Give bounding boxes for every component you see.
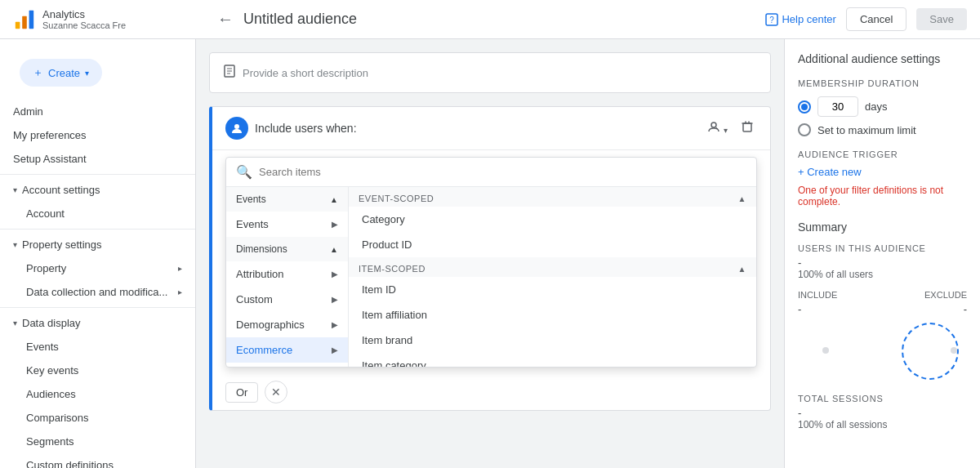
menu-item-custom[interactable]: Custom ▶ [226,287,348,312]
arrow-icon: ▶ [332,220,338,229]
menu-item-attribution[interactable]: Attribution ▶ [226,261,348,287]
help-center-link[interactable]: ? Help center [765,13,835,26]
item-scoped-header: Item-scoped ▲ [349,257,756,277]
delete-button[interactable] [737,117,757,140]
event-scoped-header: Event-scoped ▲ [349,187,756,207]
doc-icon [223,65,236,78]
dropdown-arrow-icon: ▾ [724,126,728,135]
days-label: days [865,100,887,113]
right-panel: Additional audience settings MEMBERSHIP … [784,39,980,468]
include-panel: Include users when: ▾ 🔍 [209,106,771,411]
account-subtitle: Suzanne Scacca Fre [42,20,126,30]
result-category[interactable]: Category [349,207,756,232]
create-button[interactable]: ＋ Create ▾ [20,59,102,87]
chevron-up-icon-3: ▲ [738,194,746,203]
sidebar-item-setup[interactable]: Setup Assistant [0,147,195,171]
result-item-id[interactable]: Item ID [349,277,756,302]
result-item-brand[interactable]: Item brand [349,328,756,353]
or-button[interactable]: Or [225,382,258,403]
chevron-icon-3: ▾ [13,319,17,328]
svg-rect-2 [29,10,34,28]
sidebar-item-audiences[interactable]: Audiences [0,382,195,406]
sidebar-item-admin[interactable]: Admin [0,100,195,123]
sidebar-item-account[interactable]: Account [0,202,195,225]
chevron-up-icon: ▲ [330,195,338,204]
result-item-category[interactable]: Item category [349,353,756,367]
description-placeholder: Provide a short description [243,67,368,79]
users-sub: 100% of all users [798,269,967,280]
description-icon [223,65,236,81]
analytics-logo [13,8,36,31]
cancel-button[interactable]: Cancel [846,7,906,31]
users-dash: - [798,256,967,269]
user-icon [225,117,248,140]
menu-item-ecommerce[interactable]: Ecommerce ▶ [226,337,348,363]
sidebar-item-preferences[interactable]: My preferences [0,123,195,147]
sidebar-item-property[interactable]: Property [0,256,195,280]
result-item-affiliation[interactable]: Item affiliation [349,302,756,328]
include-label: INCLUDE [798,290,837,300]
include-title: Include users when: [255,122,697,135]
sidebar-item-custom-definitions[interactable]: Custom definitions [0,453,195,468]
svg-point-11 [711,123,716,127]
results-column: Event-scoped ▲ Category Product ID Item-… [349,187,756,367]
svg-text:?: ? [770,16,775,25]
sidebar-item-events[interactable]: Events [0,335,195,359]
sidebar-item-segments[interactable]: Segments [0,430,195,453]
create-new-link[interactable]: + Create new [798,166,967,178]
arrow-icon-2: ▶ [332,270,338,279]
account-settings-header[interactable]: ▾ Account settings [0,178,195,202]
max-limit-radio[interactable] [798,123,811,136]
users-in-audience-label: USERS IN THIS AUDIENCE [798,243,967,253]
error-text: One of your filter definitions is not co… [798,185,967,207]
chevron-icon-2: ▾ [13,240,17,249]
menu-column: Events ▲ Events ▶ Dimensions ▲ [226,187,349,367]
membership-duration-label: MEMBERSHIP DURATION [798,78,967,88]
dimensions-section-header: Dimensions ▲ [226,237,348,261]
data-display-header[interactable]: ▾ Data display [0,311,195,335]
arrow-icon-5: ▶ [332,345,338,354]
sidebar-item-comparisons[interactable]: Comparisons [0,406,195,430]
svg-rect-12 [743,123,751,131]
user-dropdown-icon [707,120,720,133]
days-radio[interactable] [798,100,811,114]
menu-item-events[interactable]: Events ▶ [226,212,348,237]
description-bar[interactable]: Provide a short description [209,52,771,93]
search-dropdown: 🔍 Events ▲ Events ▶ [225,157,757,368]
back-button[interactable]: ← [214,7,237,32]
summary-title: Summary [798,221,967,234]
sidebar-item-key-events[interactable]: Key events [0,359,195,382]
chart-dot-left [822,347,829,354]
plus-icon: ＋ [33,65,43,80]
app-name: Analytics [42,8,126,20]
menu-item-demographics[interactable]: Demographics ▶ [226,312,348,337]
save-button[interactable]: Save [916,8,967,30]
chevron-up-icon-4: ▲ [738,265,746,274]
total-sessions-label: TOTAL SESSIONS [798,394,967,403]
arrow-icon-4: ▶ [332,320,338,329]
sessions-dash: - [798,407,967,419]
help-icon: ? [765,13,778,26]
right-panel-title: Additional audience settings [798,52,967,65]
user-dropdown-button[interactable]: ▾ [704,117,731,140]
search-icon: 🔍 [236,164,252,180]
audience-chart [798,319,967,384]
svg-rect-0 [16,21,20,28]
arrow-icon-3: ▶ [332,295,338,304]
audience-trigger-label: AUDIENCE TRIGGER [798,149,967,159]
property-settings-header[interactable]: ▾ Property settings [0,233,195,256]
filter-actions: Or ✕ [212,374,770,410]
sidebar-item-data-collection[interactable]: Data collection and modifica... [0,280,195,304]
exclude-label: EXCLUDE [924,290,967,300]
days-input[interactable] [817,96,858,117]
menu-item-event[interactable]: Event ▶ [226,363,348,367]
max-limit-label: Set to maximum limit [817,124,916,136]
include-dash: - [798,303,801,315]
svg-rect-1 [22,16,27,28]
chevron-up-icon-2: ▲ [330,245,338,254]
search-input[interactable] [259,166,746,178]
exclude-dash: - [964,303,967,315]
close-filter-button[interactable]: ✕ [265,381,287,403]
result-product-id[interactable]: Product ID [349,232,756,257]
user-circle-icon [231,123,243,134]
